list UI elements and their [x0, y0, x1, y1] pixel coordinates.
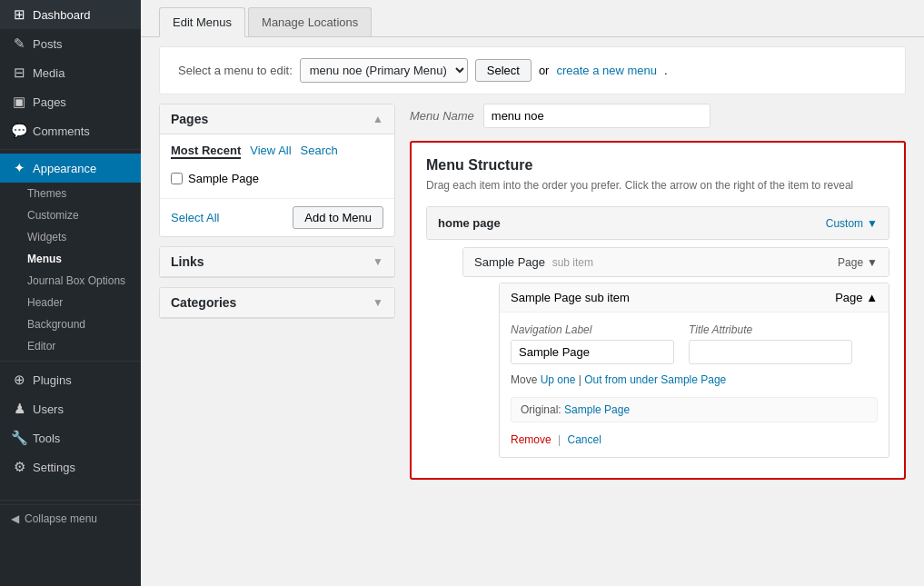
sidebar-subitem-journal-box[interactable]: Journal Box Options — [0, 270, 141, 292]
plugins-icon: ⊕ — [11, 372, 27, 388]
sidebar-item-label: Posts — [33, 37, 63, 51]
remove-link[interactable]: Remove — [511, 433, 551, 446]
pages-panel-arrow: ▲ — [373, 113, 383, 125]
sidebar-item-pages[interactable]: ▣ Pages — [0, 87, 141, 116]
pages-panel-header[interactable]: Pages ▲ — [160, 104, 394, 134]
sub-item-1-label: Sample Page — [474, 255, 545, 269]
menu-name-input[interactable] — [483, 104, 710, 128]
menu-dropdown[interactable]: menu noe (Primary Menu) — [300, 58, 468, 83]
title-attr-field-label: Title Attribute — [689, 323, 852, 336]
tools-icon: 🔧 — [11, 430, 27, 446]
sidebar-item-tools[interactable]: 🔧 Tools — [0, 423, 141, 452]
menu-name-row: Menu Name — [410, 104, 906, 128]
sidebar-subitem-themes[interactable]: Themes — [0, 183, 141, 204]
select-all-link[interactable]: Select All — [171, 211, 219, 224]
pages-panel-footer: Select All Add to Menu — [160, 198, 394, 236]
sidebar-item-posts[interactable]: ✎ Posts — [0, 29, 141, 58]
sidebar-subitem-background[interactable]: Background — [0, 313, 141, 335]
pages-panel: Pages ▲ Most Recent View All Search Samp… — [159, 104, 395, 237]
collapse-label: Collapse menu — [25, 512, 97, 525]
categories-panel-header[interactable]: Categories ▼ — [160, 288, 394, 318]
tab-most-recent[interactable]: Most Recent — [171, 144, 241, 159]
sidebar-item-appearance[interactable]: ✦ Appearance — [0, 154, 141, 183]
tab-search[interactable]: Search — [301, 144, 338, 159]
add-to-menu-button[interactable]: Add to Menu — [293, 206, 383, 229]
left-panel: Pages ▲ Most Recent View All Search Samp… — [159, 104, 395, 480]
sidebar-subitem-header[interactable]: Header — [0, 292, 141, 313]
sidebar-item-label: Plugins — [33, 373, 72, 387]
title-attr-input[interactable] — [689, 340, 852, 364]
sidebar-item-label: Settings — [33, 461, 75, 474]
tabs-bar: Edit Menus Manage Locations — [141, 0, 924, 37]
title-attr-group: Title Attribute — [689, 323, 852, 364]
home-page-label: home page — [438, 216, 501, 230]
appearance-icon: ✦ — [11, 160, 27, 176]
sidebar-item-label: Users — [33, 402, 64, 416]
expanded-body: Navigation Label Title Attribute Move Up… — [500, 313, 889, 457]
main-content: Edit Menus Manage Locations Select a men… — [141, 0, 924, 586]
sub-item-2-arrow: ▲ — [866, 291, 878, 304]
pages-panel-title: Pages — [171, 112, 208, 126]
pages-tab-links: Most Recent View All Search — [171, 144, 383, 159]
sidebar-subitem-menus[interactable]: Menus — [0, 248, 141, 270]
tab-view-all[interactable]: View All — [250, 144, 291, 159]
sidebar-item-comments[interactable]: 💬 Comments — [0, 116, 141, 145]
sub-item-1-arrow: ▼ — [867, 256, 878, 269]
menu-item-home-page: home page Custom ▼ — [426, 206, 889, 240]
menu-sub-item-1: Sample Page sub item Page ▼ — [462, 247, 889, 277]
sidebar-item-dashboard[interactable]: ⊞ Dashboard — [0, 0, 141, 29]
nav-label-input[interactable] — [511, 340, 674, 364]
sub-item-2-label: Sample Page — [511, 291, 581, 304]
links-panel-header[interactable]: Links ▼ — [160, 247, 394, 277]
sidebar-item-settings[interactable]: ⚙ Settings — [0, 452, 141, 482]
sidebar-item-users[interactable]: ♟ Users — [0, 394, 141, 423]
move-out-link[interactable]: Out from under Sample Page — [584, 373, 726, 386]
categories-panel-title: Categories — [171, 295, 236, 310]
original-link[interactable]: Sample Page — [564, 403, 630, 416]
home-page-bar[interactable]: home page Custom ▼ — [427, 207, 889, 239]
action-row: Remove | Cancel — [511, 433, 878, 446]
right-panel: Menu Name Menu Structure Drag each item … — [410, 104, 906, 480]
sidebar-item-label: Media — [33, 66, 65, 80]
sidebar-subitem-customize[interactable]: Customize — [0, 204, 141, 226]
links-panel: Links ▼ — [159, 246, 395, 278]
select-menu-bar: Select a menu to edit: menu noe (Primary… — [159, 46, 906, 94]
collapse-icon: ◀ — [11, 512, 19, 525]
home-page-type: Custom ▼ — [826, 217, 878, 230]
sidebar-item-label: Tools — [33, 432, 60, 445]
move-up-link[interactable]: Up one — [541, 373, 576, 386]
menu-sub-item-2-expanded: Sample Page sub item Page ▲ Navigation L… — [499, 283, 889, 458]
sample-page-checkbox[interactable] — [171, 173, 183, 184]
dashboard-icon: ⊞ — [11, 6, 27, 23]
comments-icon: 💬 — [11, 123, 27, 139]
select-button[interactable]: Select — [475, 59, 532, 82]
categories-panel: Categories ▼ — [159, 287, 395, 319]
menu-structure-box: Menu Structure Drag each item into the o… — [410, 141, 906, 480]
sub-item-1-sublabel: sub item — [552, 256, 593, 269]
sidebar-item-plugins[interactable]: ⊕ Plugins — [0, 365, 141, 394]
sidebar-item-label: Comments — [33, 124, 90, 138]
or-text: or — [539, 64, 550, 77]
sidebar-item-media[interactable]: ⊟ Media — [0, 58, 141, 87]
collapse-menu[interactable]: ◀ Collapse menu — [0, 504, 141, 532]
nav-label-group: Navigation Label — [511, 323, 674, 364]
expanded-header[interactable]: Sample Page sub item Page ▲ — [500, 283, 889, 313]
home-page-arrow: ▼ — [867, 217, 878, 230]
cancel-link[interactable]: Cancel — [568, 433, 601, 446]
menu-structure-title: Menu Structure — [426, 157, 889, 174]
sub-item-2-type: Page ▲ — [835, 291, 878, 304]
tab-manage-locations[interactable]: Manage Locations — [248, 7, 372, 36]
pages-icon: ▣ — [11, 94, 27, 110]
sidebar-subitem-editor[interactable]: Editor — [0, 335, 141, 357]
tab-edit-menus[interactable]: Edit Menus — [159, 7, 245, 37]
original-row: Original: Sample Page — [511, 397, 878, 422]
users-icon: ♟ — [11, 401, 27, 417]
menu-body: Pages ▲ Most Recent View All Search Samp… — [141, 104, 924, 498]
create-new-menu-link[interactable]: create a new menu — [556, 64, 657, 77]
pages-panel-content: Most Recent View All Search Sample Page — [160, 134, 394, 198]
sidebar-item-label: Dashboard — [33, 8, 91, 22]
sidebar-subitem-widgets[interactable]: Widgets — [0, 226, 141, 248]
sub-item-1-bar[interactable]: Sample Page sub item Page ▼ — [463, 248, 889, 276]
sub-item-1-type: Page ▼ — [838, 256, 878, 269]
categories-panel-arrow: ▼ — [373, 296, 383, 309]
